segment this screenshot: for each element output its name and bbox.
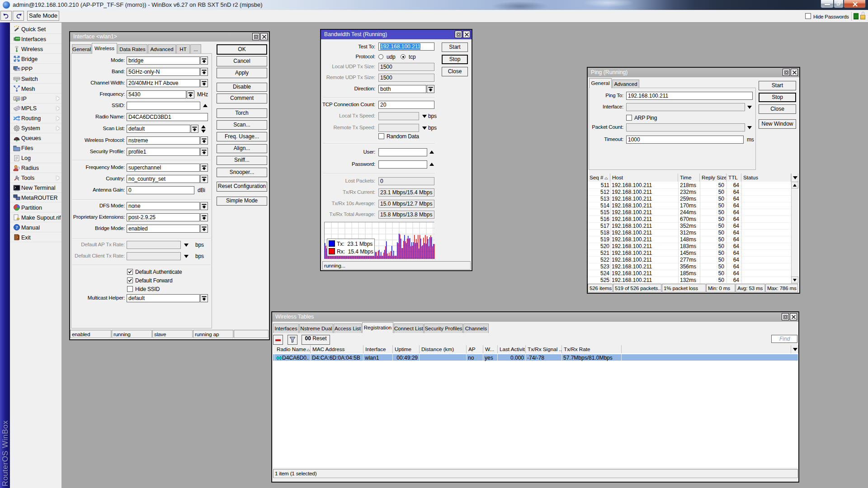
svg-text:?: ? xyxy=(16,225,18,230)
svg-text:255: 255 xyxy=(14,97,19,100)
